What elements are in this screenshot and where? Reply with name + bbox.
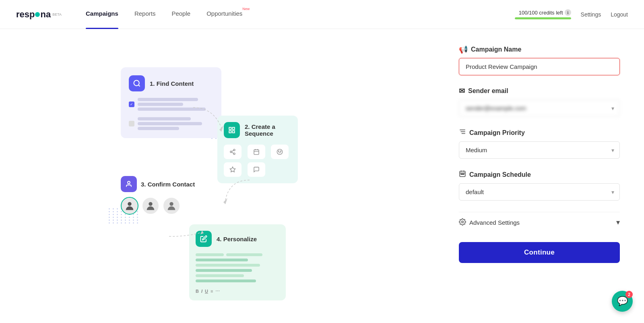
seq-calendar-icon — [248, 145, 265, 159]
seq-chat-icon — [248, 162, 265, 177]
campaign-name-field: 📢 Campaign Name — [459, 45, 620, 75]
chat-bubble-icon: 💬 — [617, 296, 628, 306]
contact-icon — [121, 176, 137, 192]
avatars-row — [121, 197, 195, 215]
step-find-header: 1. Find Content — [129, 75, 213, 91]
campaign-schedule-select[interactable]: default custom — [459, 183, 620, 201]
campaign-name-input[interactable] — [459, 58, 620, 75]
advanced-settings-chevron: ▾ — [616, 218, 620, 227]
illustration-panel: 1. Find Content ✓ — [0, 29, 435, 323]
advanced-settings-left: Advanced Settings — [459, 218, 520, 227]
sender-email-wrapper: ▾ — [459, 99, 620, 117]
sender-email-label: ✉ Sender email — [459, 87, 620, 95]
campaign-schedule-label: Campaign Schedule — [459, 170, 620, 179]
credits-text: 100/100 credits left ℹ — [519, 9, 571, 16]
credits-info-icon[interactable]: ℹ — [565, 9, 571, 16]
svg-rect-24 — [461, 174, 462, 175]
chat-badge: 2 — [625, 291, 633, 298]
logo: resp na BETA — [16, 9, 62, 20]
campaign-schedule-field: Campaign Schedule default custom ▾ — [459, 170, 620, 201]
credits-bar — [515, 17, 571, 19]
advanced-settings-icon — [459, 218, 466, 227]
sender-email-input[interactable] — [459, 99, 620, 117]
svg-rect-1 — [229, 127, 231, 129]
svg-point-16 — [169, 202, 173, 206]
personalize-content: B I U ≡ ⋯ — [196, 253, 279, 294]
nav-campaigns[interactable]: Campaigns — [86, 10, 118, 19]
svg-rect-25 — [462, 174, 463, 175]
svg-point-0 — [134, 81, 139, 86]
main-content: 1. Find Content ✓ — [0, 29, 644, 323]
avatar-3 — [163, 197, 180, 215]
connector-1-2 — [189, 104, 229, 136]
svg-rect-4 — [229, 131, 231, 133]
nav-people[interactable]: People — [171, 10, 190, 19]
seq-palette-icon — [271, 145, 289, 159]
credits-section: 100/100 credits left ℹ — [515, 9, 571, 19]
personalize-toolbar: B I U ≡ ⋯ — [196, 289, 279, 294]
campaign-name-label: 📢 Campaign Name — [459, 45, 620, 54]
step-contact-title: 3. Confirm Contact — [141, 181, 195, 188]
illustration-wrapper: 1. Find Content ✓ — [109, 55, 326, 297]
nav-reports[interactable]: Reports — [134, 10, 156, 19]
connector-3-4 — [165, 224, 205, 248]
svg-point-6 — [230, 151, 232, 153]
step-find-title: 1. Find Content — [150, 80, 194, 87]
logo-beta: BETA — [52, 12, 62, 17]
logout-link[interactable]: Logout — [611, 11, 628, 18]
svg-marker-19 — [200, 230, 204, 234]
svg-rect-3 — [233, 131, 235, 133]
campaign-priority-select[interactable]: Low Medium High — [459, 141, 620, 159]
svg-marker-12 — [230, 167, 235, 172]
find-content-icon — [129, 75, 145, 91]
step-personalize-title: 4. Personalize — [217, 236, 257, 242]
campaign-priority-field: Campaign Priority Low Medium High ▾ — [459, 128, 620, 159]
campaign-priority-label: Campaign Priority — [459, 128, 620, 137]
avatar-2 — [142, 197, 159, 215]
advanced-settings-label: Advanced Settings — [469, 219, 520, 226]
avatar-1 — [121, 197, 138, 215]
svg-rect-2 — [233, 127, 235, 129]
chat-bubble[interactable]: 💬 2 — [612, 291, 633, 312]
form-panel: 📢 Campaign Name ✉ Sender email ▾ Campaig — [435, 29, 644, 323]
main-nav: Campaigns Reports People Opportunities N… — [86, 10, 515, 19]
step-sequence: 2. Create aSequence — [217, 116, 298, 183]
svg-rect-26 — [463, 174, 464, 175]
step-confirm-contact: 3. Confirm Contact — [121, 176, 195, 215]
sender-email-field: ✉ Sender email ▾ — [459, 87, 620, 117]
svg-marker-17 — [219, 126, 223, 132]
svg-rect-8 — [254, 150, 259, 155]
campaign-priority-wrapper: Low Medium High ▾ — [459, 141, 620, 159]
credits-bar-fill — [515, 17, 571, 19]
connector-2-3 — [221, 176, 254, 208]
seq-share-icon — [224, 145, 242, 159]
svg-point-14 — [128, 202, 131, 206]
svg-point-15 — [149, 202, 152, 206]
step-sequence-header: 2. Create aSequence — [224, 122, 291, 138]
advanced-settings-row[interactable]: Advanced Settings ▾ — [459, 212, 620, 232]
campaign-name-icon: 📢 — [459, 45, 468, 54]
header: resp na BETA Campaigns Reports People Op… — [0, 0, 644, 29]
svg-point-10 — [279, 151, 279, 151]
checkbox-checked: ✓ — [129, 101, 134, 107]
continue-button[interactable]: Continue — [459, 242, 620, 263]
sender-email-icon: ✉ — [459, 87, 465, 95]
svg-point-9 — [277, 149, 283, 154]
svg-point-7 — [233, 153, 235, 155]
checkbox-empty — [129, 121, 134, 126]
svg-point-13 — [128, 181, 130, 184]
campaign-schedule-icon — [459, 170, 466, 179]
svg-point-5 — [233, 149, 235, 151]
seq-star-icon — [224, 162, 242, 177]
settings-link[interactable]: Settings — [581, 11, 601, 18]
step-contact-header: 3. Confirm Contact — [121, 176, 195, 192]
sequence-icon-grid — [224, 145, 291, 177]
svg-point-27 — [462, 221, 464, 223]
step-personalize-header: 4. Personalize — [196, 231, 279, 247]
opportunities-badge: New — [242, 7, 250, 11]
campaign-priority-icon — [459, 128, 466, 137]
nav-opportunities[interactable]: Opportunities New — [206, 10, 242, 19]
step-sequence-title: 2. Create aSequence — [245, 123, 275, 137]
campaign-schedule-wrapper: default custom ▾ — [459, 183, 620, 201]
svg-point-11 — [281, 151, 281, 151]
